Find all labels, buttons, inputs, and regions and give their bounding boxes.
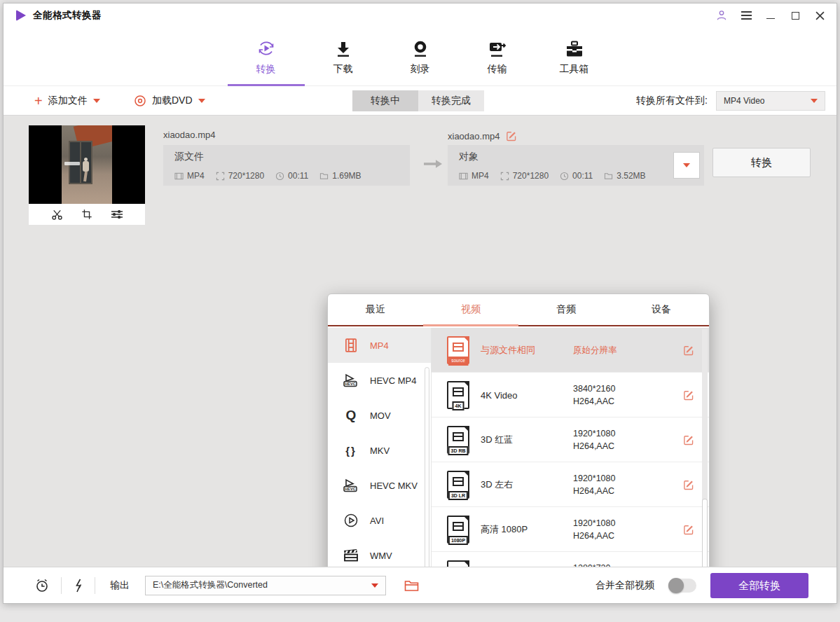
- mov-icon: Q: [342, 406, 360, 424]
- target-format-dropdown-button[interactable]: [673, 152, 700, 179]
- video-thumbnail: [29, 125, 145, 204]
- convert-all-button[interactable]: 全部转换: [710, 573, 808, 598]
- preset-row-source[interactable]: source 与源文件相同 原始分辨率: [432, 328, 709, 373]
- tab-toolbox[interactable]: 工具箱: [536, 27, 613, 85]
- edit-preset-icon[interactable]: [682, 434, 695, 446]
- preset-list-scrollbar[interactable]: [702, 329, 708, 594]
- minimize-button[interactable]: [764, 8, 778, 22]
- status-tabs: 转换中 转换完成: [352, 90, 484, 111]
- toolbox-icon: [565, 37, 584, 58]
- output-format-value: MP4 Video: [724, 96, 764, 106]
- folder-icon: [319, 172, 329, 181]
- effects-icon[interactable]: [111, 209, 123, 220]
- toggle-knob: [668, 578, 684, 593]
- toolbar: + 添加文件 加载DVD 转换中 转换完成 转换所有文件到: MP4 Video: [4, 86, 836, 116]
- source-info-panel: 源文件 MP4 720*1280 00:11 1.69MB: [163, 145, 410, 186]
- avi-icon: [342, 511, 360, 530]
- format-item-avi[interactable]: AVI: [328, 503, 431, 538]
- hevc-mkv-icon: HEVC: [342, 476, 360, 495]
- titlebar: 全能格式转换器: [4, 4, 836, 27]
- task-list-area: xiaodao.mp4 源文件 MP4 720*1280 00:11: [4, 116, 836, 567]
- source-preset-icon: source: [447, 336, 469, 364]
- open-folder-icon[interactable]: [404, 579, 419, 592]
- target-panel-title: 对象: [459, 151, 478, 163]
- format-item-mkv[interactable]: {} MKV: [328, 433, 431, 468]
- menu-icon[interactable]: [739, 8, 753, 22]
- source-filename: xiaodao.mp4: [163, 130, 215, 140]
- format-label: MP4: [370, 340, 389, 351]
- plus-icon: +: [34, 94, 43, 108]
- edit-preset-icon[interactable]: [682, 523, 695, 536]
- flow-arrow-icon: [422, 159, 443, 169]
- maximize-button[interactable]: [788, 8, 802, 22]
- preset-row-1080p[interactable]: 1080P 高清 1080P 1920*1080H264,AAC: [432, 507, 709, 552]
- convert-button[interactable]: 转换: [712, 148, 811, 177]
- source-format: MP4: [174, 171, 205, 181]
- tab-transfer[interactable]: 传输: [459, 27, 536, 85]
- target-info-panel: 对象 MP4 720*1280 00:11 3.52MB: [448, 145, 704, 186]
- 4k-preset-icon: 4K: [447, 381, 469, 409]
- schedule-icon[interactable]: [34, 578, 50, 593]
- preset-row-4k[interactable]: 4K 4K Video 3840*2160H264,AAC: [432, 373, 709, 417]
- merge-videos-label: 合并全部视频: [595, 579, 654, 592]
- app-window: 全能格式转换器 转换: [3, 3, 837, 604]
- source-panel-title: 源文件: [174, 151, 204, 163]
- folder-icon: [604, 172, 613, 181]
- target-format-caret-icon: [683, 163, 690, 167]
- main-nav: 转换 下载 刻录 传输: [4, 27, 836, 86]
- trim-icon[interactable]: [51, 209, 63, 221]
- high-speed-icon[interactable]: [72, 578, 85, 593]
- format-label: MKV: [370, 445, 390, 456]
- 3d-lr-preset-icon: 3D LR: [447, 471, 469, 499]
- preset-list: source 与源文件相同 原始分辨率 4K 4K Video 3840*216…: [432, 328, 709, 597]
- merge-videos-toggle[interactable]: [668, 579, 696, 593]
- video-thumbnail-card: [29, 125, 145, 225]
- format-item-mp4[interactable]: MP4: [328, 328, 431, 363]
- format-caret-icon: [811, 99, 818, 103]
- format-item-mov[interactable]: Q MOV: [328, 398, 431, 433]
- mp4-icon: [342, 336, 360, 354]
- load-dvd-button[interactable]: 加载DVD: [134, 86, 205, 116]
- edit-preset-icon[interactable]: [682, 344, 695, 357]
- format-label: WMV: [370, 551, 392, 561]
- close-button[interactable]: [813, 8, 827, 22]
- app-logo-icon: [16, 10, 26, 21]
- preset-row-3d-rb[interactable]: 3D RB 3D 红蓝 1920*1080H264,AAC: [432, 417, 709, 462]
- tab-toolbox-label: 工具箱: [560, 63, 589, 76]
- add-file-caret-icon[interactable]: [93, 99, 100, 103]
- svg-text:HEVC: HEVC: [345, 487, 355, 491]
- add-file-label: 添加文件: [48, 95, 88, 107]
- output-path-select[interactable]: E:\全能格式转换器\Converted: [145, 576, 386, 595]
- edit-preset-icon[interactable]: [682, 478, 695, 491]
- tab-download-label: 下载: [333, 63, 353, 76]
- tab-burn[interactable]: 刻录: [382, 27, 459, 85]
- 1080p-preset-icon: 1080P: [447, 516, 469, 544]
- popup-tab-audio[interactable]: 音频: [518, 294, 614, 325]
- tab-burn-label: 刻录: [411, 63, 430, 76]
- popup-tab-device[interactable]: 设备: [614, 294, 709, 325]
- tab-finished[interactable]: 转换完成: [418, 90, 484, 111]
- load-dvd-caret-icon[interactable]: [198, 99, 205, 103]
- preset-row-3d-lr[interactable]: 3D LR 3D 左右 1920*1080H264,AAC: [432, 462, 709, 507]
- 3d-rb-preset-icon: 3D RB: [447, 426, 469, 454]
- bottombar: 输出 E:\全能格式转换器\Converted 合并全部视频 全部转换: [4, 567, 836, 603]
- output-format-select[interactable]: MP4 Video: [716, 91, 825, 111]
- edit-preset-icon[interactable]: [682, 389, 695, 401]
- mkv-icon: {}: [342, 441, 360, 459]
- tab-convert[interactable]: 转换: [228, 27, 305, 85]
- popup-tab-recent[interactable]: 最近: [328, 294, 423, 325]
- target-resolution: 720*1280: [500, 171, 549, 181]
- account-icon[interactable]: [715, 8, 729, 22]
- tab-download[interactable]: 下载: [305, 27, 382, 85]
- format-list: MP4 HEVC HEVC MP4 Q MOV {} MKV: [328, 328, 432, 597]
- format-item-hevc-mkv[interactable]: HEVC HEVC MKV: [328, 468, 431, 503]
- tab-converting[interactable]: 转换中: [352, 90, 418, 111]
- format-item-hevc-mp4[interactable]: HEVC HEVC MP4: [328, 363, 431, 398]
- add-file-button[interactable]: + 添加文件: [34, 86, 100, 116]
- output-path-caret-icon: [371, 583, 378, 588]
- rename-icon[interactable]: [505, 130, 518, 142]
- crop-icon[interactable]: [81, 209, 92, 220]
- format-list-scrollbar[interactable]: [425, 367, 429, 593]
- popup-tab-video[interactable]: 视频: [423, 294, 518, 325]
- format-popup: 最近 视频 音频 设备 MP4 HEVC: [327, 293, 710, 604]
